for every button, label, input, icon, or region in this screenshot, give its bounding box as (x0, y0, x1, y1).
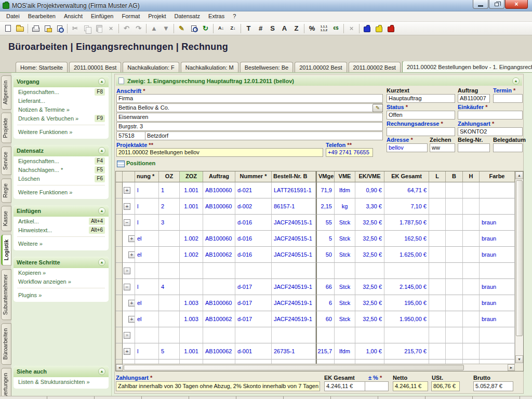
cell-l[interactable] (429, 360, 446, 364)
side-tab-logistik[interactable]: Logistik (1, 234, 11, 265)
expand-icon[interactable]: + (128, 300, 135, 307)
sidebar-item[interactable]: Lieferant... (14, 96, 109, 105)
side-tab-projekte[interactable]: Projekte (1, 113, 11, 143)
cell-h[interactable] (463, 215, 480, 231)
sidebar-item[interactable]: Drucken & Verbuchen »F9 (14, 114, 109, 123)
column-header-h[interactable]: H (463, 171, 480, 182)
side-tab-büroarbeiten[interactable]: Büroarbeiten (1, 323, 11, 365)
side-tab-service[interactable]: Service (1, 147, 11, 175)
cell-l[interactable] (429, 215, 446, 231)
cell-ekvme[interactable]: 32,50 € (355, 311, 384, 327)
cell-l[interactable] (429, 198, 446, 215)
tab-document-4[interactable]: Bestellwesen: Be (240, 62, 293, 72)
cell-vmge[interactable]: 6 (316, 295, 335, 311)
cell-vme[interactable] (335, 263, 355, 279)
cell-farbe[interactable]: braun (480, 215, 515, 231)
cell-bestellnr[interactable] (272, 263, 316, 279)
side-tab-allgemein[interactable]: Allgemein (1, 75, 11, 110)
percent-field[interactable] (365, 381, 389, 391)
cell-vmge[interactable]: 50 (316, 247, 335, 263)
cell-kennung[interactable]: l (135, 343, 159, 360)
cell-b[interactable] (446, 360, 463, 364)
cell-vme[interactable] (335, 360, 355, 364)
side-tab-auswertungen[interactable]: Auswertungen (1, 368, 11, 399)
expand-icon[interactable]: + (124, 203, 130, 210)
cell-kennung[interactable]: el (135, 295, 159, 311)
cell-farbe[interactable] (480, 343, 515, 360)
cell-farbe[interactable]: braun (480, 279, 515, 295)
sidebar-item[interactable]: Hinweistext...Alt+6 (14, 225, 109, 234)
address-line-field[interactable]: Firma (116, 94, 383, 103)
cell-l[interactable] (429, 311, 446, 327)
cell-zoz[interactable]: 1.003 (180, 311, 203, 327)
cell-oz[interactable] (159, 295, 180, 311)
cell-h[interactable] (463, 295, 480, 311)
cell-l[interactable] (429, 295, 446, 311)
row-selector-cell[interactable] (116, 198, 123, 215)
cell-b[interactable] (446, 279, 463, 295)
column-header-auftrag[interactable]: Auftrag (203, 171, 235, 182)
cell-zoz[interactable]: 1.001 (180, 343, 203, 360)
cell-vme[interactable]: Stck (335, 311, 355, 327)
cell-farbe[interactable] (480, 327, 515, 343)
column-header-nummer[interactable]: Nummer * (235, 171, 272, 182)
belegnr-field[interactable] (458, 143, 490, 152)
row-selector-cell[interactable] (116, 182, 123, 198)
cell-vme[interactable]: kg (335, 198, 355, 215)
collapse-icon[interactable]: ▲ (98, 259, 105, 266)
column-header-zoz[interactable]: ZOZ (180, 171, 203, 182)
cell-auftrag[interactable]: AB100060 (203, 295, 235, 311)
cell-zoz[interactable] (180, 263, 203, 279)
menu-item-bearbeiten[interactable]: Bearbeiten (24, 12, 60, 21)
menu-item-projekt[interactable]: Projekt (144, 12, 170, 21)
ek-gesamt-field[interactable]: 4.246,11 € (324, 381, 365, 391)
cell-farbe[interactable] (480, 263, 515, 279)
cell-kennung[interactable]: l (135, 215, 159, 231)
cell-bestellnr[interactable]: JACF240515-1 (272, 247, 316, 263)
cell-bestellnr[interactable]: 26735-1 (272, 343, 316, 360)
tab-document-6[interactable]: 2011.00002 Best (349, 62, 401, 72)
sidebar-item[interactable]: Notizen & Termine » (14, 105, 109, 114)
edit-address-button[interactable]: ✎ (373, 104, 383, 112)
cell-zoz[interactable]: 1.001 (180, 198, 203, 215)
cell-vme[interactable]: Stck (335, 295, 355, 311)
cell-vmge[interactable]: 60 (316, 311, 335, 327)
side-tab-subunternehmer[interactable]: Subunternehmer (1, 269, 11, 320)
plugin-red-button[interactable] (385, 23, 397, 34)
print-letter-button[interactable] (42, 23, 54, 34)
column-header-vme[interactable]: VME (335, 171, 355, 182)
cell-vmge[interactable]: 71,9 (316, 182, 335, 198)
row-selector-cell[interactable] (116, 231, 123, 247)
cell-b[interactable] (446, 311, 463, 327)
address-line-field[interactable]: Burgstr. 3 (116, 122, 383, 131)
cell-h[interactable] (463, 231, 480, 247)
tab-document-2[interactable]: Nachkalkulation: F (123, 62, 179, 72)
cell-h[interactable] (463, 182, 480, 198)
cell-l[interactable] (429, 327, 446, 343)
cell-nummer[interactable]: d-017 (235, 279, 272, 295)
cell-l[interactable] (429, 279, 446, 295)
einkaeufer-field[interactable] (458, 111, 523, 119)
address-line-field[interactable]: Eisenwaren (116, 113, 383, 122)
cell-oz[interactable] (159, 360, 180, 364)
ort-field[interactable]: Betzdorf (145, 131, 383, 140)
cell-vme[interactable]: Stck (335, 231, 355, 247)
cell-ekgesamt[interactable]: 2.145,00 € (384, 279, 429, 295)
cell-farbe[interactable]: braun (480, 231, 515, 247)
cell-kennung[interactable]: l (135, 182, 159, 198)
menu-item-einfgen[interactable]: Einfügen (87, 12, 117, 21)
cell-ekgesamt[interactable] (384, 327, 429, 343)
new-document-button[interactable] (2, 23, 14, 34)
cell-auftrag[interactable]: AB100062 (203, 343, 235, 360)
cell-ekvme[interactable]: 1,00 € (355, 343, 384, 360)
collapse-icon[interactable]: − (124, 284, 130, 290)
cell-b[interactable] (446, 247, 463, 263)
edit-button[interactable]: ✎ (176, 23, 188, 34)
column-header-farbe[interactable]: Farbe (480, 171, 515, 182)
cell-vme[interactable]: lfdm (335, 343, 355, 360)
cell-kennung[interactable] (135, 327, 159, 343)
cell-auftrag[interactable] (203, 327, 235, 343)
cell-kennung[interactable]: l (135, 198, 159, 215)
status-field[interactable]: Offen (387, 111, 455, 119)
cell-oz[interactable] (159, 327, 180, 343)
